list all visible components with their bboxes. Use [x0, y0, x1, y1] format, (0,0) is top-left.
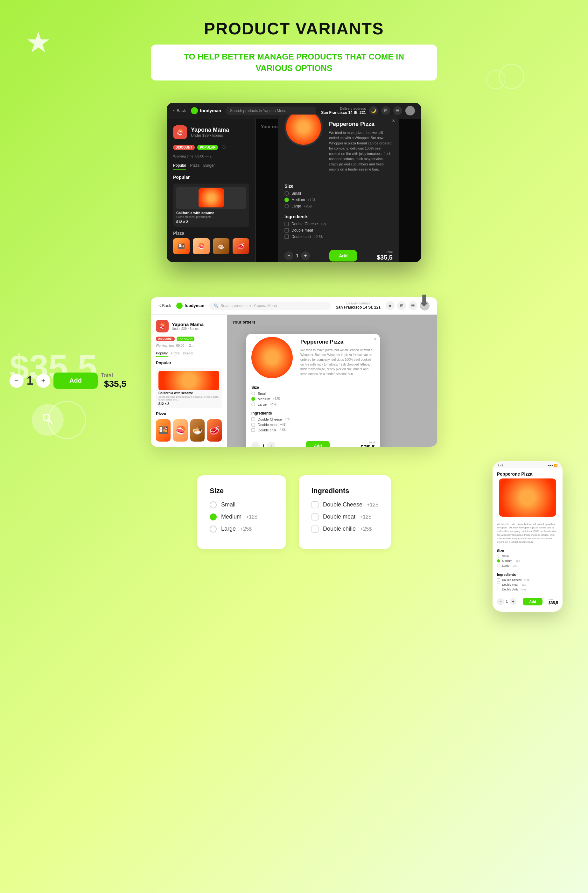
light-modal-close-button[interactable]: ×	[374, 336, 377, 342]
deco-increase-button[interactable]: +	[36, 374, 50, 388]
light-badge-discount: DISCOUNT	[156, 337, 175, 341]
dark-size-section: Size Small Medium +12$	[278, 183, 399, 214]
size-radio-small	[210, 501, 217, 508]
dark-menu-icon[interactable]: ☰	[393, 106, 402, 115]
deco-decrease-button[interactable]: −	[9, 374, 24, 388]
dark-menu-item[interactable]: California with sesame Sliced chicken, p…	[173, 183, 249, 227]
light-ingredient-cheese-price: +2$	[284, 417, 290, 421]
size-option-medium[interactable]: Medium +12$	[210, 513, 273, 520]
light-total-price: $35,5	[361, 444, 375, 446]
light-ingredient-cheese[interactable]: Double Cheese +2$	[251, 417, 375, 421]
phone-ingredients-section: Ingredients Double Cheese +12$ Double me…	[493, 571, 562, 595]
dark-back-button[interactable]: < Back	[173, 108, 186, 113]
size-card-title: Size	[210, 487, 273, 495]
dark-size-small[interactable]: Small	[284, 191, 393, 195]
phone-qty-increase[interactable]: +	[510, 598, 517, 605]
phone-size-title: Size	[497, 549, 558, 553]
dark-tab-burger[interactable]: Burger	[203, 163, 215, 170]
phone-size-large[interactable]: Large +25$	[497, 564, 558, 567]
phone-ingredient-cheese-label: Double Cheese	[502, 578, 522, 582]
dark-badge-popular: POPULAR	[197, 145, 218, 150]
phone-ingredient-chilie[interactable]: Double chilie +35$	[497, 588, 558, 591]
ingredient-option-cheese[interactable]: Double Cheese +12$	[311, 501, 378, 508]
dark-ingredient-cheese[interactable]: Double Cheese +2$	[284, 222, 393, 226]
phone-size-small[interactable]: Small	[497, 555, 558, 558]
light-tab-popular[interactable]: Popular	[156, 351, 168, 356]
light-add-button[interactable]: Add	[306, 441, 329, 446]
light-size-medium[interactable]: Medium +12$	[251, 397, 375, 401]
dark-moon-icon[interactable]: 🌙	[369, 106, 378, 115]
light-grid-icon[interactable]: ⊞	[397, 301, 406, 310]
light-tab-burger[interactable]: Burger	[183, 351, 194, 356]
light-nav-tabs: Popular Pizza Burger	[156, 351, 222, 356]
dark-ingredient-chili[interactable]: Double chili +2.5$	[284, 235, 393, 239]
light-heart-icon[interactable]: ♡	[196, 336, 200, 341]
phone-mockup-wrapper: 9:41 ●●● 📶 Pepperone Pizza We tried to m…	[493, 461, 562, 612]
dark-qty-decrease[interactable]: −	[284, 251, 293, 260]
light-modal-title: Pepperone Pizza	[300, 339, 375, 345]
light-menu-item[interactable]: California with sesame Sliced chicken, p…	[156, 368, 222, 408]
phone-size-medium[interactable]: Medium +12$	[497, 559, 558, 562]
ingredient-option-chilie[interactable]: Double chilie +25$	[311, 526, 378, 532]
dark-pizza-thumb-2: 🍣	[193, 238, 209, 254]
light-size-large[interactable]: Large +25$	[251, 403, 375, 406]
light-ingredient-meat[interactable]: Double meat +4$	[251, 423, 375, 427]
dark-add-button[interactable]: Add	[329, 250, 357, 262]
dark-size-large-price: +25$	[304, 204, 312, 208]
light-menu-icon[interactable]: ☰	[409, 301, 418, 310]
light-qty-value: 1	[262, 443, 265, 446]
light-desktop-container: ⬆ < Back foodyman 🔍 Search products in Y…	[151, 297, 437, 446]
dark-menu-item-price: $12 × 2	[176, 220, 246, 224]
dark-qty-increase[interactable]: +	[301, 251, 310, 260]
ingredient-option-meat[interactable]: Double meat +12$	[311, 513, 378, 520]
size-label-small: Small	[221, 501, 235, 508]
dark-size-large[interactable]: Large +25$	[284, 204, 393, 208]
size-option-large[interactable]: Large +25$	[210, 526, 273, 532]
light-modal-food-image	[251, 337, 296, 382]
dark-grid-icon[interactable]: ⊞	[381, 106, 390, 115]
dark-heart-icon[interactable]: ♡	[222, 144, 226, 150]
light-size-small[interactable]: Small	[251, 392, 375, 395]
dark-tab-popular[interactable]: Popular	[173, 163, 186, 170]
light-modal-footer: − 1 + Add Total $35,5	[246, 437, 380, 446]
deco-total-label: Total	[101, 372, 126, 379]
dark-avatar[interactable]	[405, 106, 415, 116]
light-search-bar[interactable]: 🔍 Search products in Yapona Menu	[209, 302, 331, 310]
light-sidebar: 🍣 Yapona Mama Under $39 • Bonus DISCOUNT…	[151, 315, 227, 446]
deco-add-button[interactable]: Add	[53, 373, 98, 389]
light-size-large-label: Large	[258, 403, 267, 406]
light-tab-pizza[interactable]: Pizza	[171, 351, 180, 356]
dark-modal-close-button[interactable]: ×	[392, 118, 395, 125]
light-logo-circle	[176, 302, 183, 309]
dark-size-medium-label: Medium	[292, 198, 305, 202]
dark-ingredients-label: Ingredients	[284, 214, 393, 219]
dark-search-bar[interactable]: Search products in Yapona Menu	[226, 107, 316, 115]
light-size-large-price: +25$	[269, 403, 277, 406]
dark-ingredient-meat[interactable]: Double meat	[284, 228, 393, 233]
dark-ingredient-meat-label: Double meat	[292, 228, 313, 233]
page-subtitle: TO HELP BETTER MANAGE PRODUCTS THAT COME…	[170, 51, 418, 74]
deco-star: ★	[26, 26, 51, 59]
light-back-button[interactable]: < Back	[158, 303, 171, 308]
dark-size-small-label: Small	[292, 191, 301, 195]
light-qty-decrease[interactable]: −	[251, 442, 260, 446]
phone-ingredient-meat[interactable]: Double meat +12$	[497, 583, 558, 586]
phone-qty-decrease[interactable]: −	[497, 598, 504, 605]
ingredient-price-meat: +12$	[360, 514, 371, 520]
deco-counter-value: 1	[27, 374, 33, 388]
dark-desktop-mockup: < Back foodyman Search products in Yapon…	[167, 103, 421, 262]
size-option-small[interactable]: Small	[210, 501, 273, 508]
dark-size-medium[interactable]: Medium +12$	[284, 198, 393, 202]
deco-total-value: $35,5	[104, 379, 126, 389]
light-modal: Pepperone Pizza We tried to make pizza, …	[246, 334, 380, 446]
ingredient-checkbox-chilie	[311, 526, 319, 532]
light-ingredient-chili[interactable]: Double chili -2.5$	[251, 428, 375, 432]
light-qty-control: − 1 +	[251, 442, 275, 446]
phone-add-button[interactable]: Add	[523, 598, 542, 606]
phone-ingredient-cheese[interactable]: Double Cheese +12$	[497, 578, 558, 582]
light-working-hours: Working time: 09:00 — 2...	[156, 344, 222, 347]
light-star-icon[interactable]: ★	[386, 301, 394, 310]
phone-signal: ●●● 📶	[548, 464, 558, 467]
light-qty-increase[interactable]: +	[267, 442, 275, 446]
dark-tab-pizza[interactable]: Pizza	[190, 163, 199, 170]
